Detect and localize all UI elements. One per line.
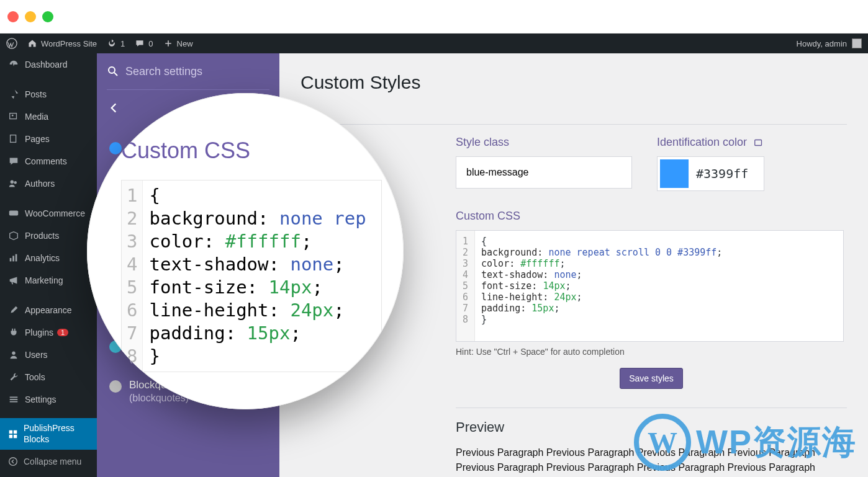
svg-rect-13 xyxy=(10,401,18,403)
search-row xyxy=(97,53,279,89)
magnifier-gutter: 12345678 xyxy=(122,181,143,372)
style-class-input[interactable] xyxy=(456,156,632,189)
settings-icon xyxy=(7,393,20,406)
sidebar-item-label: Dashboard xyxy=(25,60,68,69)
svg-rect-15 xyxy=(14,430,17,433)
svg-rect-11 xyxy=(10,397,18,398)
magnifier-code: { background: none rep color: #ffffff; t… xyxy=(143,181,372,372)
sidebar-item-publishpress-blocks[interactable]: PublishPress Blocks xyxy=(0,418,97,450)
css-editor[interactable]: 12345678 { background: none repeat scrol… xyxy=(456,230,844,342)
sidebar-item-label: Marketing xyxy=(25,275,63,285)
updates-link[interactable]: 1 xyxy=(107,38,125,48)
site-link[interactable]: WordPress Site xyxy=(27,38,97,48)
divider xyxy=(301,124,847,125)
editor-code[interactable]: { background: none repeat scroll 0 0 #33… xyxy=(475,231,843,341)
chart-icon xyxy=(7,252,20,264)
watermark: W WP资源海 xyxy=(634,414,857,471)
sidebar-item-label: Settings xyxy=(25,395,57,404)
blocks-icon xyxy=(7,428,19,440)
sidebar-item-authors[interactable]: Authors xyxy=(0,172,97,195)
tag-icon xyxy=(753,137,764,148)
sidebar-item-dashboard[interactable]: Dashboard xyxy=(0,53,97,76)
plug-icon xyxy=(7,326,20,339)
sidebar-item-label: Pages xyxy=(25,134,50,144)
sidebar-item-products[interactable]: Products xyxy=(0,225,97,247)
new-link[interactable]: New xyxy=(163,38,193,48)
watermark-text: WP资源海 xyxy=(696,420,857,465)
color-swatch xyxy=(109,380,122,393)
svg-rect-9 xyxy=(16,254,17,262)
divider xyxy=(456,408,847,408)
user-icon xyxy=(7,349,20,361)
style-class-label: Style class xyxy=(456,136,632,149)
color-picker[interactable]: #3399ff xyxy=(657,156,764,191)
color-swatch[interactable] xyxy=(660,159,689,188)
zoom-dot[interactable] xyxy=(42,11,53,22)
save-styles-button[interactable]: Save styles xyxy=(620,368,683,389)
svg-point-19 xyxy=(109,67,115,73)
plugins-badge: 1 xyxy=(57,329,68,336)
sidebar-item-tools[interactable]: Tools xyxy=(0,366,97,388)
svg-rect-12 xyxy=(10,399,18,400)
site-name: WordPress Site xyxy=(41,39,97,48)
sidebar-item-label: Analytics xyxy=(25,253,60,263)
refresh-icon xyxy=(107,38,117,48)
sidebar-item-marketing[interactable]: Marketing xyxy=(0,269,97,292)
wrench-icon xyxy=(7,371,20,383)
users-icon xyxy=(7,177,20,190)
close-dot[interactable] xyxy=(7,11,19,22)
svg-point-18 xyxy=(9,458,17,466)
box-icon xyxy=(7,230,20,242)
sidebar-item-label: Plugins xyxy=(25,328,53,337)
sidebar-item-analytics[interactable]: Analytics xyxy=(0,247,97,269)
sidebar-item-appearance[interactable]: Appearance xyxy=(0,299,97,321)
svg-point-4 xyxy=(11,181,14,184)
media-icon xyxy=(7,110,20,123)
svg-rect-6 xyxy=(9,211,18,216)
comments-link[interactable]: 0 xyxy=(135,38,153,48)
new-label: New xyxy=(177,39,193,48)
magnifier: Custom CSS 12345678 { background: none r… xyxy=(87,93,404,409)
sidebar-item-media[interactable]: Media xyxy=(0,105,97,128)
pages-icon xyxy=(7,133,20,145)
arrow-left-icon xyxy=(107,101,120,115)
svg-rect-16 xyxy=(9,434,12,437)
id-color-label: Identification color xyxy=(657,136,747,149)
sidebar-item-settings[interactable]: Settings xyxy=(0,388,97,411)
svg-rect-20 xyxy=(755,140,762,145)
avatar[interactable] xyxy=(852,38,862,48)
collapse-label: Collapse menu xyxy=(24,457,81,466)
editor-gutter: 12345678 xyxy=(456,231,475,341)
sidebar-item-comments[interactable]: Comments xyxy=(0,150,97,172)
sidebar-item-woocommerce[interactable]: WooCommerce xyxy=(0,202,97,225)
dashboard-icon xyxy=(7,58,20,71)
wp-logo[interactable] xyxy=(6,38,17,49)
color-hex: #3399ff xyxy=(696,166,748,181)
sidebar-item-label: Media xyxy=(25,112,48,122)
collapse-menu[interactable]: Collapse menu xyxy=(0,450,97,473)
comments-count: 0 xyxy=(148,39,153,48)
sidebar-item-users[interactable]: Users xyxy=(0,344,97,366)
howdy[interactable]: Howdy, admin xyxy=(797,39,847,48)
sidebar-item-posts[interactable]: Posts xyxy=(0,83,97,105)
comment-icon xyxy=(135,38,145,48)
custom-css-label: Custom CSS xyxy=(456,210,847,223)
sidebar-item-label: Posts xyxy=(25,89,47,99)
sidebar-item-label: Tools xyxy=(25,372,45,382)
sidebar-item-plugins[interactable]: Plugins1 xyxy=(0,321,97,344)
magnifier-editor: 12345678 { background: none rep color: #… xyxy=(121,180,382,372)
search-input[interactable] xyxy=(125,65,269,78)
sidebar-item-pages[interactable]: Pages xyxy=(0,128,97,150)
svg-rect-14 xyxy=(9,430,12,433)
sidebar-item-label: PublishPress Blocks xyxy=(24,423,89,445)
svg-rect-17 xyxy=(14,434,17,437)
admin-bar: WordPress Site 1 0 New Howdy, admin xyxy=(0,33,868,53)
sidebar-item-label: Comments xyxy=(25,156,67,166)
sidebar-item-label: Authors xyxy=(25,179,55,189)
home-icon xyxy=(27,38,37,48)
svg-rect-8 xyxy=(12,256,14,261)
sidebar-item-label: WooCommerce xyxy=(25,208,85,218)
comment-icon xyxy=(7,155,20,167)
minimize-dot[interactable] xyxy=(25,11,36,22)
admin-sidebar: Dashboard Posts Media Pages Comments Aut… xyxy=(0,53,97,477)
